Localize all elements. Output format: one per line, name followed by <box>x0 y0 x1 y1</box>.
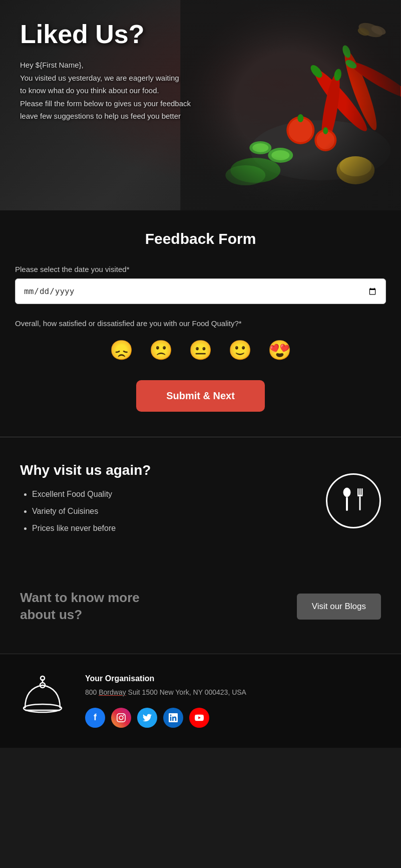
twitter-icon[interactable] <box>137 708 157 728</box>
linkedin-icon[interactable] <box>163 708 183 728</box>
why-visit-content: Why visit us again? Excellent Food Quali… <box>20 462 151 539</box>
why-visit-list: Excellent Food Quality Variety of Cuisin… <box>20 488 151 534</box>
hero-content: Liked Us? Hey ${First Name}, You visited… <box>20 20 221 123</box>
hero-title: Liked Us? <box>20 20 221 49</box>
blog-section: Want to know more about us? Visit our Bl… <box>0 569 401 654</box>
emoji-very-dissatisfied[interactable]: 😞 <box>107 338 136 363</box>
footer: Your Organisation 800 Bordway Suit 1500 … <box>0 654 401 748</box>
restaurant-icon-wrap <box>326 473 381 528</box>
date-field-label: Please select the date you visited* <box>15 265 386 273</box>
svg-point-28 <box>343 488 350 497</box>
quality-label: Overall, how satisfied or dissatisfied a… <box>15 319 386 328</box>
why-visit-section: Why visit us again? Excellent Food Quali… <box>0 437 401 569</box>
social-icons-row: f <box>85 708 381 728</box>
svg-rect-34 <box>359 496 361 510</box>
list-item: Prices like never before <box>32 522 151 534</box>
hero-greeting: Hey ${First Name}, You visited us yester… <box>20 59 221 123</box>
fork-spoon-icon <box>336 483 371 518</box>
cloche-icon <box>20 674 65 719</box>
footer-org-name: Your Organisation <box>85 674 381 683</box>
list-item: Variety of Cuisines <box>32 505 151 517</box>
emoji-neutral[interactable]: 😐 <box>186 338 215 363</box>
form-section: Feedback Form Please select the date you… <box>0 210 401 437</box>
svg-rect-33 <box>358 495 362 496</box>
footer-info: Your Organisation 800 Bordway Suit 1500 … <box>85 674 381 728</box>
youtube-icon[interactable] <box>189 708 209 728</box>
date-input[interactable] <box>15 278 386 304</box>
emoji-rating-row: 😞 🙁 😐 🙂 😍 <box>15 338 386 363</box>
svg-point-35 <box>24 704 62 712</box>
form-title: Feedback Form <box>15 230 386 247</box>
visit-blogs-button[interactable]: Visit our Blogs <box>297 594 381 620</box>
footer-logo <box>20 674 65 721</box>
emoji-very-satisfied[interactable]: 😍 <box>265 338 294 363</box>
blog-text: Want to know more about us? <box>20 590 150 624</box>
svg-rect-29 <box>346 497 348 511</box>
facebook-icon[interactable]: f <box>85 708 105 728</box>
instagram-icon[interactable] <box>111 708 131 728</box>
list-item: Excellent Food Quality <box>32 488 151 500</box>
submit-next-button[interactable]: Submit & Next <box>136 380 265 412</box>
why-visit-title: Why visit us again? <box>20 462 151 478</box>
hero-section: Liked Us? Hey ${First Name}, You visited… <box>0 0 401 210</box>
restaurant-icon <box>326 473 381 528</box>
footer-address: 800 Bordway Suit 1500 New York, NY 00042… <box>85 687 381 698</box>
emoji-satisfied[interactable]: 🙂 <box>225 338 255 363</box>
emoji-dissatisfied[interactable]: 🙁 <box>146 338 176 363</box>
svg-point-38 <box>41 676 45 680</box>
